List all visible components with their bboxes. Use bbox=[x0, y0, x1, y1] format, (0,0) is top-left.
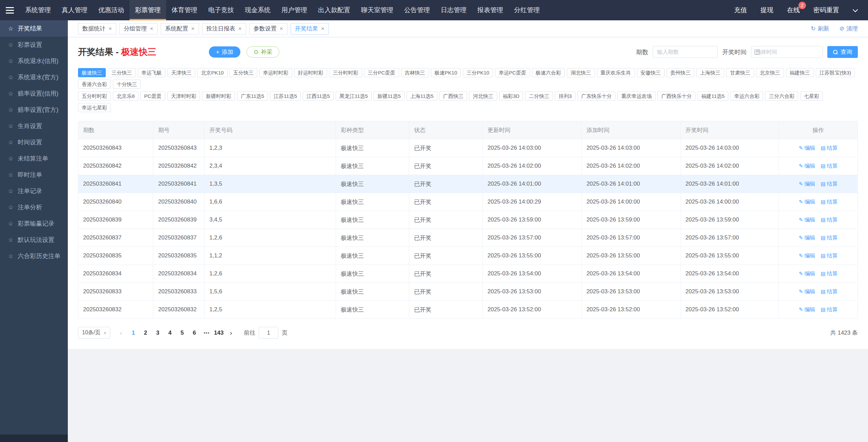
filter-chip[interactable]: 新疆11选5 bbox=[374, 91, 405, 101]
filter-chip[interactable]: 二分快三 bbox=[525, 91, 553, 101]
filter-chip[interactable]: 五分快三 bbox=[230, 68, 257, 77]
filter-chip[interactable]: 极速PK10 bbox=[431, 68, 461, 77]
topnav-item[interactable]: 聊天室管理 bbox=[356, 0, 399, 20]
filter-chip[interactable]: 江苏11选5 bbox=[270, 91, 301, 101]
sidebar-collapse-bar[interactable] bbox=[0, 435, 68, 442]
tag-item[interactable]: 投注日报表× bbox=[202, 23, 246, 35]
page-number[interactable]: 4 bbox=[164, 327, 176, 339]
filter-chip[interactable]: 重庆欢乐生肖 bbox=[597, 68, 635, 77]
filter-chip[interactable]: 湖北快三 bbox=[567, 68, 595, 77]
topnav-item[interactable]: 彩票管理 bbox=[130, 0, 166, 20]
clean-button[interactable]: ⊘ 清理 bbox=[840, 25, 858, 33]
draw-time-input[interactable] bbox=[751, 46, 823, 58]
settle-button[interactable]: ▤结算 bbox=[821, 216, 837, 224]
sidebar-item[interactable]: ☆开奖结果 bbox=[0, 20, 68, 37]
filter-chip[interactable]: 福彩3D bbox=[499, 91, 523, 101]
filter-chip[interactable]: 河北快三 bbox=[469, 91, 497, 101]
sidebar-item[interactable]: ☆赔率设置(官方) bbox=[0, 102, 68, 118]
edit-button[interactable]: ✎编辑 bbox=[799, 198, 815, 206]
edit-button[interactable]: ✎编辑 bbox=[799, 288, 815, 295]
sidebar-item[interactable]: ☆生肖设置 bbox=[0, 118, 68, 134]
page-number[interactable]: 5 bbox=[176, 327, 188, 339]
settle-button[interactable]: ▤结算 bbox=[821, 270, 837, 277]
goto-page-input[interactable] bbox=[259, 327, 278, 339]
tag-item[interactable]: 参数设置× bbox=[249, 23, 288, 35]
filter-chip[interactable]: 广西快乐十分 bbox=[657, 91, 695, 101]
settle-button[interactable]: ▤结算 bbox=[821, 145, 837, 152]
filter-chip[interactable]: 北京快三 bbox=[756, 68, 784, 77]
edit-button[interactable]: ✎编辑 bbox=[799, 234, 815, 241]
filter-chip[interactable]: 贵州快三 bbox=[667, 68, 694, 77]
filter-chip[interactable]: 北京乐8 bbox=[113, 91, 138, 101]
filter-chip[interactable]: 幸运时时彩 bbox=[259, 68, 292, 77]
filter-chip[interactable]: 天津时时彩 bbox=[167, 91, 200, 101]
filter-chip[interactable]: 好运时时彩 bbox=[294, 68, 327, 77]
edit-button[interactable]: ✎编辑 bbox=[799, 181, 815, 188]
filter-chip[interactable]: 江苏骰宝(快3) bbox=[816, 68, 855, 77]
topnav-item[interactable]: 公告管理 bbox=[399, 0, 435, 20]
sidebar-item[interactable]: ☆系统退水(官方) bbox=[0, 69, 68, 85]
topnav-item[interactable]: 现金系统 bbox=[239, 0, 276, 20]
password-reset-link[interactable]: 密码重置 bbox=[813, 6, 839, 15]
sidebar-item[interactable]: ☆时间设置 bbox=[0, 134, 68, 150]
page-size-select[interactable]: 10条/页 ▾ bbox=[78, 327, 110, 339]
filter-chip[interactable]: 黑龙江11选5 bbox=[336, 91, 372, 101]
close-icon[interactable]: × bbox=[321, 26, 324, 31]
topnav-item[interactable]: 日志管理 bbox=[435, 0, 472, 20]
sidebar-item[interactable]: ☆系统退水(信用) bbox=[0, 53, 68, 69]
settle-button[interactable]: ▤结算 bbox=[821, 306, 837, 313]
filter-chip[interactable]: 广西快三 bbox=[439, 91, 467, 101]
settle-button[interactable]: ▤结算 bbox=[821, 252, 837, 259]
period-input[interactable] bbox=[653, 46, 718, 58]
sidebar-item[interactable]: ☆彩票设置 bbox=[0, 37, 68, 53]
page-number[interactable]: 3 bbox=[152, 327, 164, 339]
tag-item[interactable]: 分组管理× bbox=[119, 23, 158, 35]
page-number[interactable]: 143 bbox=[213, 327, 225, 339]
edit-button[interactable]: ✎编辑 bbox=[799, 270, 815, 277]
sidebar-item[interactable]: ☆默认玩法设置 bbox=[0, 232, 68, 248]
refresh-button[interactable]: ↻ 刷新 bbox=[811, 25, 829, 33]
tag-item[interactable]: 开奖结果× bbox=[291, 23, 329, 35]
chevron-down-icon[interactable] bbox=[853, 7, 858, 12]
close-icon[interactable]: × bbox=[150, 26, 153, 31]
topnav-item[interactable]: 用户管理 bbox=[276, 0, 313, 20]
add-button[interactable]: + 添加 bbox=[209, 46, 240, 58]
filter-chip[interactable]: 排列3 bbox=[555, 91, 575, 101]
topnav-item[interactable]: 体育管理 bbox=[166, 0, 203, 20]
filter-chip[interactable]: 上海11选5 bbox=[407, 91, 437, 101]
filter-chip[interactable]: 上海快三 bbox=[696, 68, 724, 77]
filter-chip[interactable]: 安徽快三 bbox=[637, 68, 665, 77]
more-pages-icon[interactable]: ••• bbox=[200, 327, 213, 339]
settle-button[interactable]: ▤结算 bbox=[821, 181, 837, 188]
filter-chip[interactable]: 极速快三 bbox=[78, 68, 106, 77]
filter-chip[interactable]: 三分PK10 bbox=[463, 68, 493, 77]
filter-chip[interactable]: 幸运六合彩 bbox=[730, 91, 763, 101]
filter-chip[interactable]: 广东11选5 bbox=[237, 91, 268, 101]
edit-button[interactable]: ✎编辑 bbox=[799, 163, 815, 170]
edit-button[interactable]: ✎编辑 bbox=[799, 216, 815, 224]
withdraw-link[interactable]: 提现 bbox=[761, 6, 773, 15]
filter-chip[interactable]: 三分PC蛋蛋 bbox=[364, 68, 399, 77]
tag-item[interactable]: 数据统计× bbox=[78, 23, 116, 35]
filter-chip[interactable]: 北京PK10 bbox=[197, 68, 228, 77]
filter-chip[interactable]: 福建11选5 bbox=[697, 91, 728, 101]
next-page-button[interactable]: › bbox=[225, 327, 237, 339]
close-icon[interactable]: × bbox=[280, 26, 283, 31]
filter-chip[interactable]: 香港六合彩 bbox=[78, 80, 111, 89]
topnav-item[interactable]: 电子竞技 bbox=[203, 0, 239, 20]
filter-chip[interactable]: 幸运飞艇 bbox=[138, 68, 165, 77]
close-icon[interactable]: × bbox=[108, 26, 112, 31]
search-button[interactable]: 查询 bbox=[827, 46, 858, 58]
hamburger-icon[interactable] bbox=[0, 0, 20, 20]
topnav-item[interactable]: 系统管理 bbox=[20, 0, 56, 20]
settle-button[interactable]: ▤结算 bbox=[821, 288, 837, 295]
filter-chip[interactable]: 三分快三 bbox=[108, 68, 136, 77]
page-number[interactable]: 1 bbox=[127, 327, 139, 339]
filter-chip[interactable]: 重庆幸运农场 bbox=[617, 91, 655, 101]
edit-button[interactable]: ✎编辑 bbox=[799, 306, 815, 313]
topnav-item[interactable]: 分红管理 bbox=[509, 0, 545, 20]
topnav-item[interactable]: 出入款配置 bbox=[313, 0, 356, 20]
filter-chip[interactable]: 幸运七星彩 bbox=[78, 103, 111, 112]
filter-chip[interactable]: 五分时时彩 bbox=[78, 91, 111, 101]
topnav-item[interactable]: 优惠活动 bbox=[93, 0, 130, 20]
